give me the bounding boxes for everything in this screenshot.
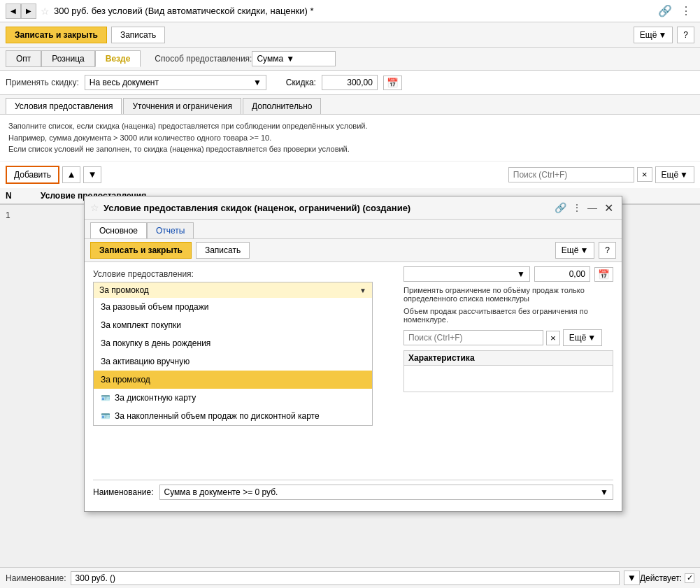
item-text-1: За комплект покупки [101,320,181,330]
dialog-more-button[interactable]: Ещё ▼ [555,242,594,259]
action-row: Добавить ▲ ▼ × Ещё ▼ [0,162,700,188]
main-toolbar: Записать и закрыть Записать Ещё ▼ ? [0,22,700,48]
dialog-toolbar: Записать и закрыть Записать Ещё ▼ ? [85,239,622,262]
right-search-row: × Ещё ▼ [403,329,613,346]
dialog-naim-value: Сумма в документе >= 0 руб. [164,487,278,497]
dropdown-arrow-icon: ▼ [359,287,366,294]
item-text-6: За накопленный объем продаж по дисконтно… [115,411,320,421]
way-label: Способ предоставления: [155,54,252,64]
condition-dialog: ☆ Условие предоставления скидок (наценок… [84,196,622,512]
dropdown-item-5[interactable]: 🪪 За дисконтную карту [94,389,372,407]
item-text-2: За покупку в день рождения [101,338,210,348]
dialog-more-icon[interactable]: ⋮ [571,201,583,215]
right-search-input[interactable] [403,330,543,345]
apply-row: Применять скидку: На весь документ ▼ Ски… [0,71,700,95]
char-header: Характеристика [404,351,613,366]
dialog-link-icon[interactable]: 🔗 [553,201,568,215]
row-n: 1 [6,210,41,220]
dialog-title-bar: ☆ Условие предоставления скидок (наценок… [85,196,622,220]
deystvuet-label: Действует: [640,573,682,583]
dialog-tabs: Основное Отчеты [85,220,622,239]
item-text-0: За разовый объем продажи [101,302,208,312]
back-button[interactable]: ◀ [6,3,21,19]
info-line1: Заполните список, если скидка (наценка) … [8,120,692,132]
dropdown-item-6[interactable]: 🪪 За накопленный объем продаж по дисконт… [94,407,372,425]
info-line3: Если список условий не заполнен, то скид… [8,143,692,155]
dialog-close-button[interactable]: ✕ [601,201,616,215]
col-header-n: N [6,191,41,201]
title-actions: 🔗 ⋮ [655,3,694,19]
right-calendar-icon[interactable]: 📅 [594,267,613,282]
link-icon[interactable]: 🔗 [655,3,675,19]
dropdown-item-4[interactable]: За промокод [94,371,372,389]
title-bar: ◀ ▶ ☆ 300 руб. без условий (Вид автомати… [0,0,700,22]
dialog-minimize-button[interactable]: — [586,201,599,215]
dialog-body: Условие предоставления: За промокод ▼ За… [85,262,622,511]
bottom-dropdown-btn[interactable]: ▼ [624,571,640,585]
right-panel: ▼ 0,00 📅 Применять ограничение по объёму… [403,266,613,392]
search-clear-button[interactable]: × [637,167,652,182]
discount-value[interactable]: 300,00 [322,75,378,90]
right-select[interactable]: ▼ [403,266,530,282]
deystvuet-checkbox[interactable] [685,573,694,583]
more-icon[interactable]: ⋮ [678,3,694,19]
more-button[interactable]: Ещё ▼ [634,27,673,43]
search-field: × Ещё ▼ [508,166,694,183]
tab-additional[interactable]: Дополнительно [243,98,321,114]
card-icon-6: 🪪 [101,412,110,421]
dialog-help-button[interactable]: ? [599,242,616,259]
dialog-save-close-button[interactable]: Записать и закрыть [90,242,192,259]
save-button[interactable]: Записать [111,27,165,43]
dialog-save-button[interactable]: Записать [196,242,250,259]
dropdown-item-3[interactable]: За активацию вручную [94,352,372,371]
apply-select[interactable]: На весь документ ▼ [85,75,266,90]
type-tabs-row: Опт Розница Везде Способ предоставления:… [0,48,700,71]
deystvuet-row: Действует: [640,573,694,583]
dialog-tab-reports[interactable]: Отчеты [147,222,194,238]
dialog-title-actions: 🔗 ⋮ — ✕ [553,201,616,215]
dropdown-item-1[interactable]: За комплект покупки [94,316,372,334]
bottom-naim-label: Наименование: [6,573,66,583]
item-text-3: За активацию вручную [101,357,190,366]
bottom-naim-input[interactable]: 300 руб. () [71,571,620,585]
tab-opt[interactable]: Опт [6,50,41,67]
search-more-button[interactable]: Ещё ▼ [655,166,694,183]
forward-button[interactable]: ▶ [21,3,36,19]
dialog-title: Условие предоставления скидок (наценок, … [103,203,549,213]
card-icon-5: 🪪 [101,394,110,403]
right-input[interactable]: 0,00 [534,266,590,282]
tab-retail[interactable]: Розница [41,50,94,67]
save-close-button[interactable]: Записать и закрыть [6,27,107,43]
item-text-4: За промокод [101,375,150,385]
dropdown-item-0[interactable]: За разовый объем продажи [94,298,372,316]
tab-conditions[interactable]: Условия предоставления [6,98,122,114]
info-block: Заполните список, если скидка (наценка) … [0,115,700,162]
help-button[interactable]: ? [677,27,694,43]
dialog-star[interactable]: ☆ [90,202,99,213]
dropdown-list: За разовый объем продажи За комплект пок… [93,298,373,426]
char-table: Характеристика [403,350,613,392]
dialog-naim-row: Наименование: Сумма в документе >= 0 руб… [93,480,613,504]
selected-condition-text: За промокод [99,285,149,295]
dialog-naim-label: Наименование: [93,487,154,497]
search-input[interactable] [508,167,634,182]
condition-dropdown[interactable]: За промокод ▼ [93,282,373,298]
tab-refinements[interactable]: Уточнения и ограничения [123,98,241,114]
discount-calendar-icon[interactable]: 📅 [383,76,402,90]
favorite-star[interactable]: ☆ [41,6,50,17]
right-search-clear[interactable]: × [546,331,560,345]
tab-everywhere[interactable]: Везде [95,50,141,67]
move-up-button[interactable]: ▲ [62,166,80,183]
right-search-more[interactable]: Ещё ▼ [563,329,602,346]
dropdown-item-2[interactable]: За покупку в день рождения [94,334,372,352]
discount-label: Скидка: [286,78,316,87]
right-select-row: ▼ 0,00 📅 [403,266,613,282]
right-info-line2: Объем продаж рассчитывается без ограниче… [403,307,613,324]
page-title: 300 руб. без условий (Вид автоматической… [54,6,655,16]
dialog-tab-main[interactable]: Основное [90,222,147,238]
item-text-5: За дисконтную карту [115,393,196,403]
add-button[interactable]: Добавить [6,166,59,184]
dialog-naim-select[interactable]: Сумма в документе >= 0 руб. ▼ [159,485,613,500]
move-down-button[interactable]: ▼ [83,166,101,183]
way-select[interactable]: Сумма ▼ [252,51,336,66]
